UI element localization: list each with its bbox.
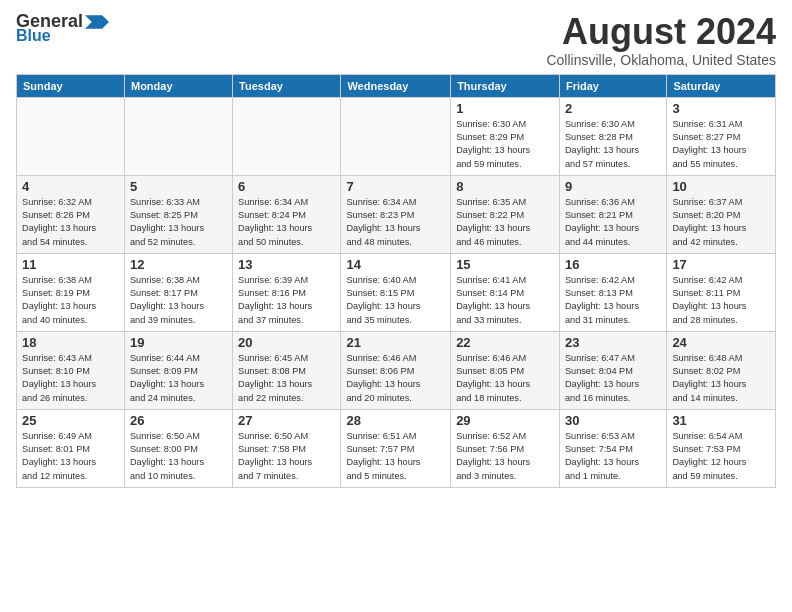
calendar-cell: 7Sunrise: 6:34 AMSunset: 8:23 PMDaylight… — [341, 175, 451, 253]
day-info: Sunrise: 6:49 AMSunset: 8:01 PMDaylight:… — [22, 430, 119, 483]
calendar-cell: 1Sunrise: 6:30 AMSunset: 8:29 PMDaylight… — [451, 97, 560, 175]
calendar-cell: 13Sunrise: 6:39 AMSunset: 8:16 PMDayligh… — [233, 253, 341, 331]
day-info: Sunrise: 6:50 AMSunset: 8:00 PMDaylight:… — [130, 430, 227, 483]
day-info: Sunrise: 6:48 AMSunset: 8:02 PMDaylight:… — [672, 352, 770, 405]
calendar-cell: 5Sunrise: 6:33 AMSunset: 8:25 PMDaylight… — [124, 175, 232, 253]
day-info: Sunrise: 6:34 AMSunset: 8:23 PMDaylight:… — [346, 196, 445, 249]
day-number: 5 — [130, 179, 227, 194]
day-number: 19 — [130, 335, 227, 350]
logo: General Blue — [16, 12, 109, 44]
day-info: Sunrise: 6:53 AMSunset: 7:54 PMDaylight:… — [565, 430, 661, 483]
day-info: Sunrise: 6:47 AMSunset: 8:04 PMDaylight:… — [565, 352, 661, 405]
day-number: 25 — [22, 413, 119, 428]
calendar-cell — [17, 97, 125, 175]
day-number: 10 — [672, 179, 770, 194]
calendar-week-2: 4Sunrise: 6:32 AMSunset: 8:26 PMDaylight… — [17, 175, 776, 253]
col-tuesday: Tuesday — [233, 74, 341, 97]
day-info: Sunrise: 6:46 AMSunset: 8:05 PMDaylight:… — [456, 352, 554, 405]
day-number: 26 — [130, 413, 227, 428]
calendar-cell: 12Sunrise: 6:38 AMSunset: 8:17 PMDayligh… — [124, 253, 232, 331]
day-info: Sunrise: 6:39 AMSunset: 8:16 PMDaylight:… — [238, 274, 335, 327]
calendar-cell: 19Sunrise: 6:44 AMSunset: 8:09 PMDayligh… — [124, 331, 232, 409]
day-number: 22 — [456, 335, 554, 350]
calendar-cell — [233, 97, 341, 175]
col-monday: Monday — [124, 74, 232, 97]
day-number: 11 — [22, 257, 119, 272]
day-number: 21 — [346, 335, 445, 350]
day-number: 29 — [456, 413, 554, 428]
calendar-cell: 23Sunrise: 6:47 AMSunset: 8:04 PMDayligh… — [559, 331, 666, 409]
page: General Blue August 2024 Collinsville, O… — [0, 0, 792, 496]
day-number: 15 — [456, 257, 554, 272]
calendar-cell — [124, 97, 232, 175]
day-number: 12 — [130, 257, 227, 272]
col-friday: Friday — [559, 74, 666, 97]
col-sunday: Sunday — [17, 74, 125, 97]
day-number: 6 — [238, 179, 335, 194]
day-info: Sunrise: 6:42 AMSunset: 8:13 PMDaylight:… — [565, 274, 661, 327]
day-info: Sunrise: 6:36 AMSunset: 8:21 PMDaylight:… — [565, 196, 661, 249]
day-number: 24 — [672, 335, 770, 350]
day-number: 18 — [22, 335, 119, 350]
day-info: Sunrise: 6:42 AMSunset: 8:11 PMDaylight:… — [672, 274, 770, 327]
day-number: 23 — [565, 335, 661, 350]
day-number: 14 — [346, 257, 445, 272]
main-title: August 2024 — [546, 12, 776, 52]
day-info: Sunrise: 6:31 AMSunset: 8:27 PMDaylight:… — [672, 118, 770, 171]
day-number: 9 — [565, 179, 661, 194]
day-info: Sunrise: 6:38 AMSunset: 8:17 PMDaylight:… — [130, 274, 227, 327]
day-info: Sunrise: 6:32 AMSunset: 8:26 PMDaylight:… — [22, 196, 119, 249]
day-info: Sunrise: 6:43 AMSunset: 8:10 PMDaylight:… — [22, 352, 119, 405]
day-info: Sunrise: 6:45 AMSunset: 8:08 PMDaylight:… — [238, 352, 335, 405]
day-number: 27 — [238, 413, 335, 428]
calendar-cell: 4Sunrise: 6:32 AMSunset: 8:26 PMDaylight… — [17, 175, 125, 253]
calendar-cell: 2Sunrise: 6:30 AMSunset: 8:28 PMDaylight… — [559, 97, 666, 175]
col-thursday: Thursday — [451, 74, 560, 97]
calendar-cell: 28Sunrise: 6:51 AMSunset: 7:57 PMDayligh… — [341, 409, 451, 487]
calendar-cell: 14Sunrise: 6:40 AMSunset: 8:15 PMDayligh… — [341, 253, 451, 331]
day-info: Sunrise: 6:30 AMSunset: 8:28 PMDaylight:… — [565, 118, 661, 171]
day-info: Sunrise: 6:35 AMSunset: 8:22 PMDaylight:… — [456, 196, 554, 249]
calendar-week-5: 25Sunrise: 6:49 AMSunset: 8:01 PMDayligh… — [17, 409, 776, 487]
day-number: 30 — [565, 413, 661, 428]
calendar-header-row: Sunday Monday Tuesday Wednesday Thursday… — [17, 74, 776, 97]
calendar-cell: 31Sunrise: 6:54 AMSunset: 7:53 PMDayligh… — [667, 409, 776, 487]
calendar-cell: 22Sunrise: 6:46 AMSunset: 8:05 PMDayligh… — [451, 331, 560, 409]
calendar-cell: 9Sunrise: 6:36 AMSunset: 8:21 PMDaylight… — [559, 175, 666, 253]
svg-marker-0 — [85, 15, 109, 29]
day-info: Sunrise: 6:38 AMSunset: 8:19 PMDaylight:… — [22, 274, 119, 327]
calendar-cell: 16Sunrise: 6:42 AMSunset: 8:13 PMDayligh… — [559, 253, 666, 331]
day-info: Sunrise: 6:46 AMSunset: 8:06 PMDaylight:… — [346, 352, 445, 405]
calendar-cell: 6Sunrise: 6:34 AMSunset: 8:24 PMDaylight… — [233, 175, 341, 253]
calendar-cell: 30Sunrise: 6:53 AMSunset: 7:54 PMDayligh… — [559, 409, 666, 487]
day-number: 2 — [565, 101, 661, 116]
day-info: Sunrise: 6:30 AMSunset: 8:29 PMDaylight:… — [456, 118, 554, 171]
calendar-cell: 24Sunrise: 6:48 AMSunset: 8:02 PMDayligh… — [667, 331, 776, 409]
day-number: 3 — [672, 101, 770, 116]
day-number: 20 — [238, 335, 335, 350]
day-number: 16 — [565, 257, 661, 272]
logo-blue: Blue — [16, 28, 51, 44]
day-info: Sunrise: 6:54 AMSunset: 7:53 PMDaylight:… — [672, 430, 770, 483]
calendar-cell: 29Sunrise: 6:52 AMSunset: 7:56 PMDayligh… — [451, 409, 560, 487]
calendar-week-1: 1Sunrise: 6:30 AMSunset: 8:29 PMDaylight… — [17, 97, 776, 175]
calendar-cell: 18Sunrise: 6:43 AMSunset: 8:10 PMDayligh… — [17, 331, 125, 409]
day-info: Sunrise: 6:41 AMSunset: 8:14 PMDaylight:… — [456, 274, 554, 327]
day-number: 28 — [346, 413, 445, 428]
header: General Blue August 2024 Collinsville, O… — [16, 12, 776, 68]
calendar-cell: 26Sunrise: 6:50 AMSunset: 8:00 PMDayligh… — [124, 409, 232, 487]
title-section: August 2024 Collinsville, Oklahoma, Unit… — [546, 12, 776, 68]
day-number: 4 — [22, 179, 119, 194]
day-info: Sunrise: 6:40 AMSunset: 8:15 PMDaylight:… — [346, 274, 445, 327]
day-info: Sunrise: 6:34 AMSunset: 8:24 PMDaylight:… — [238, 196, 335, 249]
calendar-cell: 11Sunrise: 6:38 AMSunset: 8:19 PMDayligh… — [17, 253, 125, 331]
day-info: Sunrise: 6:37 AMSunset: 8:20 PMDaylight:… — [672, 196, 770, 249]
calendar-cell: 20Sunrise: 6:45 AMSunset: 8:08 PMDayligh… — [233, 331, 341, 409]
day-info: Sunrise: 6:51 AMSunset: 7:57 PMDaylight:… — [346, 430, 445, 483]
col-wednesday: Wednesday — [341, 74, 451, 97]
day-number: 13 — [238, 257, 335, 272]
calendar-cell: 25Sunrise: 6:49 AMSunset: 8:01 PMDayligh… — [17, 409, 125, 487]
day-info: Sunrise: 6:52 AMSunset: 7:56 PMDaylight:… — [456, 430, 554, 483]
calendar-cell: 10Sunrise: 6:37 AMSunset: 8:20 PMDayligh… — [667, 175, 776, 253]
calendar-cell — [341, 97, 451, 175]
